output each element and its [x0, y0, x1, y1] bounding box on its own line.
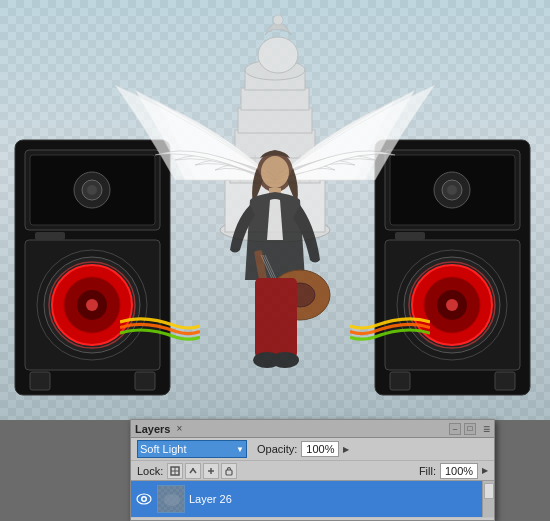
- svg-point-15: [273, 15, 283, 25]
- lock-label: Lock:: [137, 465, 163, 477]
- fill-input[interactable]: 100%: [440, 463, 478, 479]
- layer-item[interactable]: Layer 26: [131, 481, 494, 517]
- panel-close-label: ×: [176, 423, 182, 434]
- blend-dropdown-arrow-icon: ▼: [236, 445, 244, 454]
- layer-list: Layer 26: [131, 480, 494, 518]
- fill-stepper-icon[interactable]: ▶: [482, 466, 488, 475]
- lock-fill-row: Lock: Fill: 100% ▶: [131, 460, 494, 480]
- lock-image-button[interactable]: [185, 463, 201, 479]
- panel-maximize-button[interactable]: □: [464, 423, 476, 435]
- svg-point-38: [447, 185, 457, 195]
- lock-pixels-button[interactable]: [167, 463, 183, 479]
- scrollbar-thumb[interactable]: [484, 483, 494, 499]
- svg-point-62: [271, 352, 299, 368]
- panel-title: Layers: [135, 423, 170, 435]
- lock-all-button[interactable]: [221, 463, 237, 479]
- svg-point-8: [258, 37, 298, 73]
- panel-title-group: Layers ×: [135, 423, 182, 435]
- panel-options-icon[interactable]: ≡: [483, 422, 490, 436]
- svg-point-51: [261, 156, 289, 188]
- canvas-area: [0, 0, 550, 420]
- layer-scrollbar[interactable]: [482, 481, 494, 517]
- cables-right: [350, 310, 430, 340]
- lock-position-button[interactable]: [203, 463, 219, 479]
- svg-rect-31: [30, 372, 50, 390]
- opacity-input[interactable]: 100%: [301, 441, 339, 457]
- blend-mode-value: Soft Light: [140, 443, 186, 455]
- svg-rect-32: [135, 372, 155, 390]
- svg-point-72: [143, 498, 146, 501]
- blend-mode-select[interactable]: Soft Light ▼: [137, 440, 247, 458]
- lock-icons-group: [167, 463, 237, 479]
- opacity-stepper-icon[interactable]: ▶: [343, 445, 349, 454]
- svg-point-45: [446, 299, 458, 311]
- fill-label: Fill:: [419, 465, 436, 477]
- svg-point-66: [192, 468, 194, 470]
- guitar-player: [205, 150, 345, 390]
- layer-visibility-toggle[interactable]: [135, 490, 153, 508]
- svg-rect-49: [495, 372, 515, 390]
- panel-minimize-button[interactable]: –: [449, 423, 461, 435]
- panel-controls-group: – □ ≡: [449, 422, 490, 436]
- svg-point-21: [87, 185, 97, 195]
- layer-name: Layer 26: [189, 493, 490, 505]
- svg-rect-60: [272, 278, 297, 358]
- cables-left: [120, 310, 200, 340]
- svg-rect-69: [226, 470, 232, 475]
- blend-opacity-row: Soft Light ▼ Opacity: 100% ▶: [131, 438, 494, 460]
- panel-titlebar: Layers × – □ ≡: [131, 420, 494, 438]
- svg-rect-48: [390, 372, 410, 390]
- layer-thumbnail: [157, 485, 185, 513]
- opacity-label: Opacity:: [257, 443, 297, 455]
- svg-rect-30: [35, 232, 65, 240]
- svg-point-74: [164, 494, 180, 506]
- layers-panel: Layers × – □ ≡ Soft Light ▼ Opacity: 100…: [130, 419, 495, 521]
- svg-point-28: [86, 299, 98, 311]
